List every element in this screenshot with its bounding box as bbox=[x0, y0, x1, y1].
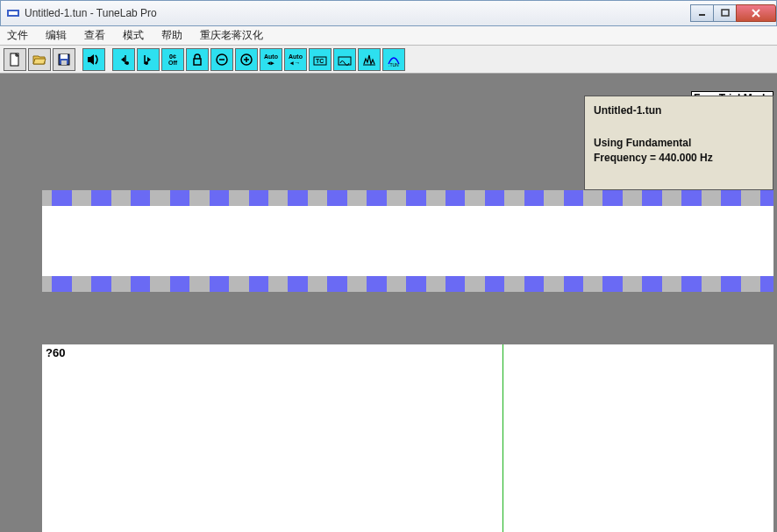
speaker-button[interactable] bbox=[82, 48, 105, 71]
maximize-button[interactable] bbox=[713, 4, 737, 22]
pattern-button[interactable] bbox=[333, 48, 356, 71]
save-button[interactable] bbox=[53, 48, 75, 71]
strip-bar-top bbox=[42, 190, 773, 206]
auto-left-button[interactable]: Auto◂▸ bbox=[260, 48, 282, 71]
svg-text:TC: TC bbox=[316, 58, 324, 64]
zoom-out-button[interactable] bbox=[210, 48, 233, 71]
window-title: Untitled-1.tun - TuneLab Pro bbox=[25, 7, 691, 19]
main-area: Free Trial Mode Untitled-1.tun Using Fun… bbox=[0, 74, 777, 532]
svg-rect-12 bbox=[194, 59, 201, 65]
offset-button[interactable]: 0¢Off bbox=[161, 48, 184, 71]
strip-bar-bottom bbox=[42, 276, 773, 292]
svg-rect-1 bbox=[9, 11, 18, 15]
open-button[interactable] bbox=[28, 48, 51, 71]
note-next-button[interactable] bbox=[137, 48, 160, 71]
minimize-button[interactable] bbox=[690, 4, 714, 22]
info-file: Untitled-1.tun bbox=[594, 103, 764, 118]
menu-help[interactable]: 帮助 bbox=[161, 28, 182, 43]
lower-pane[interactable]: ?60 bbox=[42, 344, 773, 532]
info-fundamental: Using Fundamental bbox=[594, 136, 764, 151]
close-button[interactable] bbox=[736, 4, 776, 22]
svg-rect-8 bbox=[61, 54, 68, 59]
auto-right-button[interactable]: Auto◂→ bbox=[284, 48, 307, 71]
menu-view[interactable]: 查看 bbox=[84, 28, 105, 43]
spectrum-button[interactable] bbox=[358, 48, 381, 71]
svg-text:.TUN: .TUN bbox=[388, 62, 399, 67]
zoom-in-button[interactable] bbox=[235, 48, 258, 71]
toolbar: 0¢Off Auto◂▸ Auto◂→ TC .TUN bbox=[0, 46, 777, 74]
menu-bar: 文件 编辑 查看 模式 帮助 重庆老蒋汉化 bbox=[0, 26, 777, 46]
svg-point-10 bbox=[125, 61, 129, 65]
lock-button[interactable] bbox=[186, 48, 209, 71]
menu-file[interactable]: 文件 bbox=[7, 28, 28, 43]
menu-credit[interactable]: 重庆老蒋汉化 bbox=[200, 28, 263, 43]
svg-rect-9 bbox=[61, 60, 67, 65]
svg-rect-3 bbox=[722, 10, 729, 16]
new-button[interactable] bbox=[4, 48, 26, 71]
window-controls bbox=[691, 4, 776, 22]
menu-mode[interactable]: 模式 bbox=[123, 28, 144, 43]
center-line bbox=[503, 344, 503, 532]
info-box: Untitled-1.tun Using Fundamental Frequen… bbox=[584, 96, 773, 190]
spectrum-strip[interactable] bbox=[42, 190, 773, 292]
tuning-curve-button[interactable]: TC bbox=[309, 48, 331, 71]
svg-point-11 bbox=[145, 61, 148, 65]
info-frequency: Frequency = 440.000 Hz bbox=[594, 151, 764, 166]
lower-marker: ?60 bbox=[46, 346, 65, 359]
title-bar: Untitled-1.tun - TuneLab Pro bbox=[0, 0, 777, 26]
save-tun-button[interactable]: .TUN bbox=[382, 48, 405, 71]
app-icon bbox=[6, 6, 20, 20]
menu-edit[interactable]: 编辑 bbox=[46, 28, 67, 43]
note-prev-button[interactable] bbox=[112, 48, 135, 71]
